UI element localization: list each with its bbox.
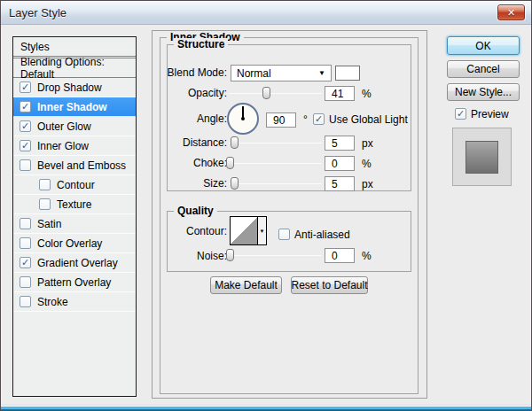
ok-button[interactable]: OK: [447, 36, 520, 55]
size-slider[interactable]: [229, 177, 322, 190]
slider-thumb[interactable]: [231, 177, 239, 190]
sidebar-item-label: Inner Shadow: [37, 101, 107, 113]
check-icon: ✓: [21, 258, 29, 268]
check-icon: ✓: [21, 121, 29, 131]
contour-dropdown-arrow[interactable]: ▼: [257, 217, 266, 244]
contour-thumbnail[interactable]: [231, 217, 257, 244]
make-default-button[interactable]: Make Default: [210, 276, 282, 294]
titlebar[interactable]: Layer Style ✕: [1, 1, 531, 25]
choke-label: Choke:: [159, 157, 227, 169]
make-default-label: Make Default: [215, 279, 278, 291]
preview-label: Preview: [471, 108, 509, 120]
layer-style-dialog: Layer Style ✕ Styles Blending Options: D…: [0, 0, 532, 411]
noise-input[interactable]: [325, 248, 355, 263]
chevron-down-icon: ▼: [260, 229, 265, 234]
slider-thumb[interactable]: [226, 157, 234, 169]
structure-legend: Structure: [174, 38, 228, 50]
sidebar-item-label: Gradient Overlay: [37, 257, 118, 269]
angle-input[interactable]: [266, 112, 296, 128]
window-title: Layer Style: [9, 6, 66, 19]
angle-unit: °: [303, 113, 308, 126]
check-icon: ✓: [21, 141, 29, 151]
check-icon: ✓: [315, 114, 323, 124]
sidebar-item-texture[interactable]: Texture: [13, 195, 136, 214]
effect-checkbox[interactable]: ✓: [20, 120, 31, 132]
angle-dial[interactable]: [227, 103, 259, 135]
use-global-light-checkbox[interactable]: ✓: [313, 113, 325, 125]
effect-checkbox[interactable]: [39, 179, 51, 190]
slider-track[interactable]: [229, 163, 322, 164]
slider-thumb[interactable]: [262, 87, 270, 99]
sidebar-item-inner-shadow[interactable]: ✓Inner Shadow: [13, 97, 136, 117]
sidebar-item-label: Stroke: [37, 296, 68, 308]
contour-picker[interactable]: ▼: [230, 216, 267, 245]
sidebar-item-gradient-overlay[interactable]: ✓Gradient Overlay: [13, 253, 136, 273]
shadow-color-swatch[interactable]: [335, 66, 360, 81]
slider-track[interactable]: [229, 93, 322, 94]
effect-checkbox[interactable]: [39, 198, 51, 210]
noise-unit: %: [362, 250, 372, 262]
sidebar-item-pattern-overlay[interactable]: Pattern Overlay: [13, 273, 136, 292]
sidebar-item-label: Satin: [37, 218, 61, 230]
anti-aliased-label: Anti-aliased: [294, 229, 350, 241]
reset-to-default-button[interactable]: Reset to Default: [291, 276, 368, 294]
noise-label: Noise:: [159, 250, 227, 262]
opacity-input[interactable]: [325, 86, 355, 101]
slider-track[interactable]: [229, 183, 322, 184]
style-effect-rows: ✓Drop Shadow✓Inner Shadow✓Outer Glow✓Inn…: [13, 78, 136, 312]
effect-checkbox[interactable]: ✓: [20, 140, 31, 151]
sidebar-item-stroke[interactable]: Stroke: [13, 292, 136, 312]
slider-track[interactable]: [229, 143, 322, 143]
quality-frame: Quality: [167, 211, 411, 272]
sidebar-item-label: Texture: [57, 198, 91, 211]
window-bottom-frame: [1, 404, 531, 410]
slider-track[interactable]: [229, 255, 322, 256]
sidebar-item-contour[interactable]: Contour: [13, 175, 136, 195]
effect-checkbox[interactable]: [20, 159, 31, 171]
sidebar-item-styles[interactable]: Styles: [13, 37, 136, 57]
effect-checkbox[interactable]: [20, 218, 31, 229]
blend-mode-value: Normal: [237, 67, 271, 80]
sidebar-item-label: Color Overlay: [37, 237, 102, 250]
styles-header-label: Styles: [20, 41, 50, 53]
effect-checkbox[interactable]: ✓: [20, 81, 31, 93]
distance-unit: px: [362, 137, 373, 150]
sidebar-item-bevel-and-emboss[interactable]: Bevel and Emboss: [13, 156, 136, 175]
angle-hub: [241, 117, 245, 120]
new-style-button[interactable]: New Style...: [447, 83, 520, 101]
sidebar-item-label: Inner Glow: [37, 140, 89, 152]
sidebar-item-outer-glow[interactable]: ✓Outer Glow: [13, 117, 136, 136]
effect-checkbox[interactable]: [20, 237, 31, 249]
contour-label: Contour:: [159, 225, 227, 237]
effect-checkbox[interactable]: [20, 276, 31, 288]
chevron-down-icon: ▼: [318, 70, 325, 77]
sidebar-item-satin[interactable]: Satin: [13, 214, 136, 234]
blend-mode-dropdown[interactable]: Normal ▼: [231, 65, 332, 81]
slider-thumb[interactable]: [231, 136, 239, 149]
sidebar-item-label: Bevel and Emboss: [37, 159, 126, 172]
preview-checkbox[interactable]: ✓: [455, 108, 466, 120]
effect-settings-panel: Inner Shadow Structure Quality: [152, 30, 427, 399]
sidebar-item-inner-glow[interactable]: ✓Inner Glow: [13, 136, 136, 156]
effect-checkbox[interactable]: ✓: [20, 101, 31, 112]
effect-checkbox[interactable]: [20, 296, 31, 307]
sidebar-item-drop-shadow[interactable]: ✓Drop Shadow: [13, 78, 136, 97]
slider-thumb[interactable]: [226, 249, 234, 261]
opacity-slider[interactable]: [229, 87, 322, 100]
cancel-button[interactable]: Cancel: [447, 60, 520, 78]
distance-slider[interactable]: [229, 136, 322, 150]
choke-slider[interactable]: [229, 157, 322, 170]
distance-input[interactable]: [325, 136, 355, 151]
opacity-label: Opacity:: [159, 87, 227, 99]
noise-slider[interactable]: [229, 249, 322, 262]
close-button[interactable]: ✕: [497, 4, 525, 20]
anti-aliased-checkbox[interactable]: [278, 229, 290, 240]
size-label: Size:: [159, 177, 227, 190]
sidebar-item-color-overlay[interactable]: Color Overlay: [13, 234, 136, 253]
size-input[interactable]: [325, 176, 355, 191]
sidebar-item-blending-options[interactable]: Blending Options: Default: [13, 58, 136, 78]
sidebar-item-label: Pattern Overlay: [37, 276, 111, 289]
effect-checkbox[interactable]: ✓: [20, 257, 31, 268]
choke-input[interactable]: [325, 156, 355, 171]
sidebar-item-label: Drop Shadow: [37, 81, 102, 94]
